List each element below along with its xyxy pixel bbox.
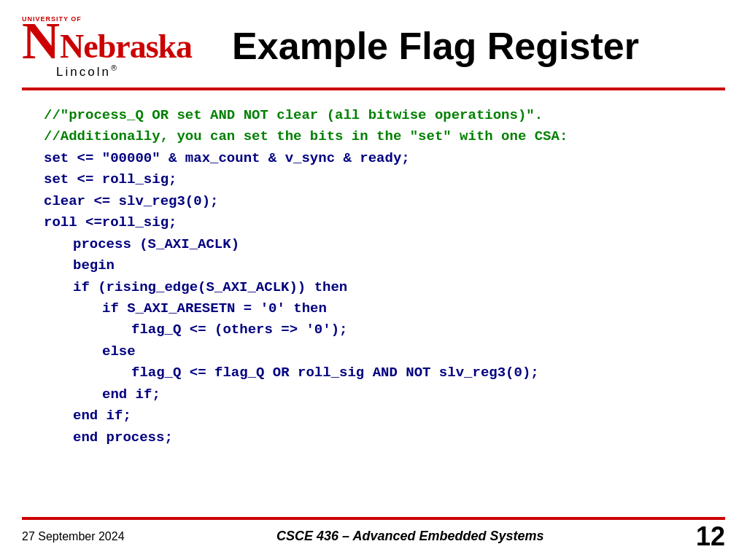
logo-lincoln: Lincoln® [56,63,119,79]
footer-course: CSCE 436 – Advanced Embedded Systems [276,529,543,544]
code-line: end if; [44,405,703,427]
code-line: set <= roll_sig; [44,169,703,190]
code-line: roll <=roll_sig; [44,212,703,233]
code-line: set <= "00000" & max_count & v_sync & re… [44,148,703,169]
code-line: //"process_Q OR set AND NOT clear (all b… [44,105,703,126]
title-area: Example Flag Register [153,26,718,67]
footer-date: 27 September 2024 [22,530,125,543]
footer: 27 September 2024 CSCE 436 – Advanced Em… [0,520,747,553]
code-line: end if; [44,384,703,405]
code-line: end process; [44,427,703,448]
logo-area: UNIVERSITY OF N Nebraska Lincoln® [22,14,153,79]
code-content: //"process_Q OR set AND NOT clear (all b… [0,90,747,456]
logo-n: N [22,19,60,63]
code-line: flag_Q <= flag_Q OR roll_sig AND NOT slv… [44,362,703,384]
code-line: begin [44,255,703,276]
code-line: else [44,341,703,362]
code-line: clear <= slv_reg3(0); [44,191,703,212]
footer-page: 12 [696,521,725,552]
header: UNIVERSITY OF N Nebraska Lincoln® Exampl… [0,0,747,88]
nebraska-logo: UNIVERSITY OF N Nebraska Lincoln® [22,14,153,79]
code-line: if S_AXI_ARESETN = '0' then [44,298,703,319]
code-line: if (rising_edge(S_AXI_ACLK)) then [44,277,703,298]
slide-title: Example Flag Register [153,26,718,67]
code-line: flag_Q <= (others => '0'); [44,319,703,341]
code-line: //Additionally, you can set the bits in … [44,126,703,147]
code-line: process (S_AXI_ACLK) [44,234,703,255]
